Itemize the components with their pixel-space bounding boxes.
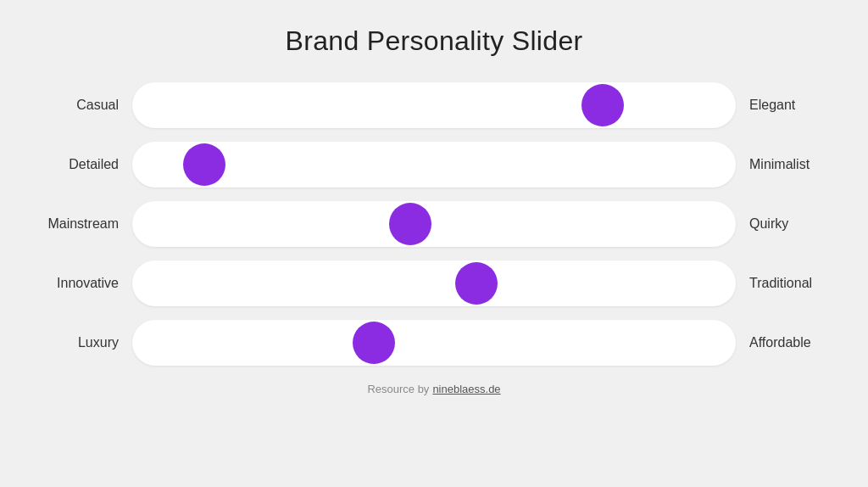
sliders-container: CasualElegantDetailedMinimalistMainstrea… bbox=[34, 82, 834, 366]
slider-row-luxury-affordable: LuxuryAffordable bbox=[34, 320, 834, 366]
thumb-luxury-affordable[interactable] bbox=[353, 322, 395, 364]
track-innovative-traditional bbox=[132, 260, 736, 306]
slider-row-mainstream-quirky: MainstreamQuirky bbox=[34, 201, 834, 247]
page-container: Brand Personality Slider CasualElegantDe… bbox=[0, 0, 868, 487]
label-left-casual-elegant: Casual bbox=[34, 98, 119, 113]
label-left-detailed-minimalist: Detailed bbox=[34, 157, 119, 172]
label-right-innovative-traditional: Traditional bbox=[749, 276, 834, 291]
thumb-detailed-minimalist[interactable] bbox=[183, 143, 225, 186]
slider-row-innovative-traditional: InnovativeTraditional bbox=[34, 260, 834, 306]
track-container-luxury-affordable[interactable] bbox=[132, 320, 736, 366]
track-luxury-affordable bbox=[132, 320, 736, 366]
label-left-luxury-affordable: Luxury bbox=[34, 335, 119, 350]
slider-row-detailed-minimalist: DetailedMinimalist bbox=[34, 142, 834, 188]
footer: Resource by nineblaess.de bbox=[367, 383, 500, 395]
label-right-mainstream-quirky: Quirky bbox=[749, 216, 834, 232]
track-container-detailed-minimalist[interactable] bbox=[132, 142, 736, 188]
track-container-mainstream-quirky[interactable] bbox=[132, 201, 736, 247]
label-right-detailed-minimalist: Minimalist bbox=[749, 157, 834, 172]
track-mainstream-quirky bbox=[132, 201, 736, 247]
track-detailed-minimalist bbox=[132, 142, 736, 188]
thumb-mainstream-quirky[interactable] bbox=[389, 203, 431, 245]
thumb-innovative-traditional[interactable] bbox=[455, 262, 498, 305]
footer-text: Resource by bbox=[367, 383, 429, 395]
thumb-casual-elegant[interactable] bbox=[581, 84, 624, 126]
label-left-innovative-traditional: Innovative bbox=[34, 276, 119, 291]
label-right-luxury-affordable: Affordable bbox=[749, 335, 834, 350]
track-container-casual-elegant[interactable] bbox=[132, 82, 736, 128]
label-left-mainstream-quirky: Mainstream bbox=[34, 216, 119, 232]
track-casual-elegant bbox=[132, 82, 736, 128]
label-right-casual-elegant: Elegant bbox=[749, 98, 834, 113]
footer-link[interactable]: nineblaess.de bbox=[432, 383, 500, 395]
track-container-innovative-traditional[interactable] bbox=[132, 260, 736, 306]
slider-row-casual-elegant: CasualElegant bbox=[34, 82, 834, 128]
page-title: Brand Personality Slider bbox=[286, 25, 583, 57]
